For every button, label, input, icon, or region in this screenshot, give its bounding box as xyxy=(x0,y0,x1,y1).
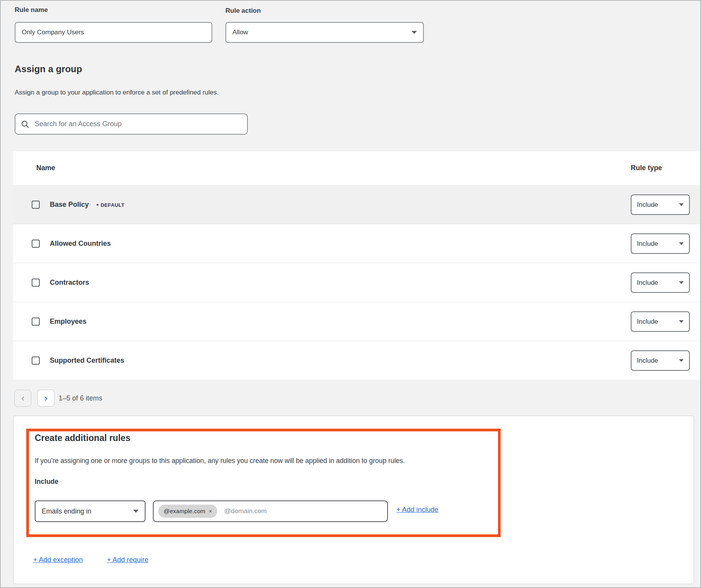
rule-type-value: Include xyxy=(637,201,658,209)
row-checkbox[interactable] xyxy=(32,318,40,326)
chevron-down-icon xyxy=(679,359,684,362)
assign-group-description: Assign a group to your application to en… xyxy=(15,89,218,96)
rule-name-label: Rule name xyxy=(15,6,48,14)
add-exception-link[interactable]: + Add exception xyxy=(33,556,83,564)
page: Rule name Rule action Allow Assign a gro… xyxy=(0,0,701,588)
next-page-button[interactable]: › xyxy=(37,390,54,407)
domain-text-input[interactable] xyxy=(224,507,383,515)
rule-type-select[interactable]: Include xyxy=(631,233,690,254)
include-condition-value: Emails ending in xyxy=(42,507,91,515)
table-row: Employees Include xyxy=(13,302,701,341)
row-name: Base Policy xyxy=(13,201,89,209)
rule-type-select[interactable]: Include xyxy=(631,194,690,215)
row-name: Employees xyxy=(13,318,86,326)
column-header-rule-type: Rule type xyxy=(631,164,662,172)
row-checkbox[interactable] xyxy=(32,240,40,248)
row-name: Allowed Countries xyxy=(13,240,111,248)
table-row: Contractors Include xyxy=(13,263,701,302)
domain-tag-input[interactable]: @example.com × xyxy=(153,500,388,522)
row-checkbox[interactable] xyxy=(32,357,40,365)
chevron-down-icon xyxy=(679,242,684,245)
rule-type-value: Include xyxy=(637,240,658,248)
search-input[interactable] xyxy=(34,120,242,128)
additional-rules-description: If you're assigning one or more groups t… xyxy=(35,457,405,465)
badge-bullet-icon: • xyxy=(97,201,99,208)
additional-rules-panel: Create additional rules If you're assign… xyxy=(13,416,694,584)
chevron-right-icon: › xyxy=(44,394,47,403)
rule-action-value: Allow xyxy=(232,29,248,36)
chevron-down-icon xyxy=(411,31,417,34)
row-name: Supported Certificates xyxy=(13,357,124,365)
rule-name-input[interactable] xyxy=(22,29,205,36)
row-checkbox[interactable] xyxy=(32,279,40,287)
access-group-search xyxy=(15,113,248,135)
rule-action-select[interactable]: Allow xyxy=(225,22,424,43)
chevron-down-icon xyxy=(679,320,684,323)
rule-type-value: Include xyxy=(637,318,658,326)
chevron-down-icon xyxy=(679,203,684,206)
previous-page-button[interactable]: ‹ xyxy=(14,390,31,407)
access-group-table: Name Rule type Base Policy •DEFAULT Incl… xyxy=(13,151,701,380)
group-table-body: Base Policy •DEFAULT Include Allowed Cou… xyxy=(13,185,701,380)
column-header-name: Name xyxy=(13,164,55,172)
table-header: Name Rule type xyxy=(13,151,701,185)
rule-name-field-wrap xyxy=(15,22,212,43)
domain-chip: @example.com × xyxy=(158,505,217,518)
add-require-link[interactable]: + Add require xyxy=(107,556,149,564)
row-name: Contractors xyxy=(13,279,89,287)
default-badge: •DEFAULT xyxy=(97,201,124,208)
add-include-link[interactable]: + Add include xyxy=(396,506,439,514)
chevron-down-icon xyxy=(679,281,684,284)
pagination-status: 1–5 of 6 items xyxy=(59,394,102,402)
search-icon xyxy=(21,120,29,128)
rule-type-value: Include xyxy=(637,279,658,287)
rule-type-select[interactable]: Include xyxy=(631,311,690,332)
additional-rules-heading: Create additional rules xyxy=(35,433,130,443)
table-row: Allowed Countries Include xyxy=(13,224,701,263)
chevron-down-icon xyxy=(133,510,139,513)
badge-text: DEFAULT xyxy=(101,202,125,208)
rule-type-value: Include xyxy=(637,357,658,365)
row-checkbox[interactable] xyxy=(32,201,40,209)
include-condition-select[interactable]: Emails ending in xyxy=(35,500,146,522)
assign-group-heading: Assign a group xyxy=(15,64,82,74)
table-row: Base Policy •DEFAULT Include xyxy=(13,185,701,224)
chevron-left-icon: ‹ xyxy=(21,394,24,403)
rule-type-select[interactable]: Include xyxy=(631,272,690,293)
chip-label: @example.com xyxy=(164,508,205,515)
rule-action-label: Rule action xyxy=(225,7,261,15)
chip-remove-icon[interactable]: × xyxy=(209,509,212,514)
rule-type-select[interactable]: Include xyxy=(631,350,690,371)
table-row: Supported Certificates Include xyxy=(13,341,701,380)
include-label: Include xyxy=(35,478,58,486)
